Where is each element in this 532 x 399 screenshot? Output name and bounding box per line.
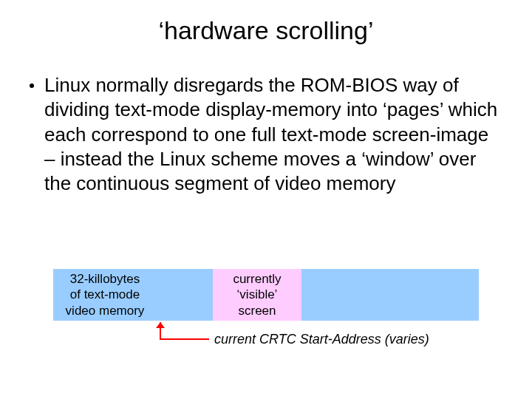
visible-window-label: currently ‘visible’ screen <box>213 269 301 321</box>
slide-title: ‘hardware scrolling’ <box>0 0 532 45</box>
label-line: screen <box>238 303 276 318</box>
label-line: of text-mode <box>70 287 140 302</box>
label-line: 32-killobytes <box>70 271 140 287</box>
label-line: video memory <box>66 303 145 318</box>
memory-bar-label: 32-killobytes of text-mode video memory <box>53 269 157 321</box>
arrow-line-icon <box>160 338 209 340</box>
bullet-text: Linux normally disregards the ROM-BIOS w… <box>44 73 502 196</box>
label-line: ‘visible’ <box>237 287 278 302</box>
memory-bar: 32-killobytes of text-mode video memory … <box>53 269 479 321</box>
bullet-list: Linux normally disregards the ROM-BIOS w… <box>0 45 532 196</box>
arrow-tip-icon <box>156 322 165 328</box>
bullet-item: Linux normally disregards the ROM-BIOS w… <box>30 73 502 196</box>
bullet-dot-icon <box>30 83 34 88</box>
label-line: currently <box>233 271 281 287</box>
arrow-caption: current CRTC Start-Address (varies) <box>214 332 429 347</box>
memory-diagram: 32-killobytes of text-mode video memory … <box>53 269 479 321</box>
